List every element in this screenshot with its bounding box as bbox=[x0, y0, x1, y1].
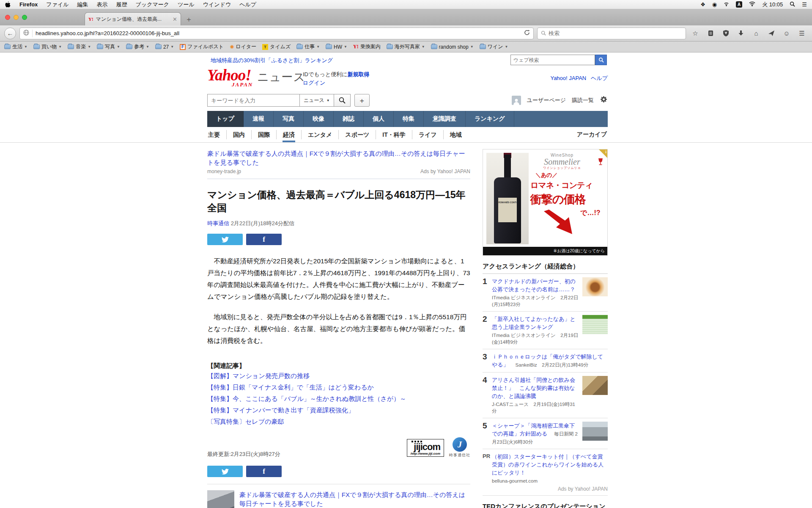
menu-file[interactable]: ファイル bbox=[46, 1, 69, 8]
window-minimize-button[interactable] bbox=[14, 15, 19, 20]
adblock-shield-icon[interactable] bbox=[720, 30, 732, 36]
bookmark-folder-hw[interactable]: HW▼ bbox=[326, 44, 347, 50]
yahoo-logo[interactable]: Yahoo! JAPAN bbox=[207, 68, 253, 88]
search-scope-dropdown[interactable]: ニュース▼ bbox=[299, 94, 334, 107]
creative-cloud-icon[interactable]: ◉ bbox=[712, 1, 717, 8]
signup-link[interactable]: 新規取得 bbox=[348, 71, 370, 77]
hamburger-menu-icon[interactable]: ☰ bbox=[796, 30, 808, 37]
ad-thumbnail[interactable] bbox=[207, 490, 234, 508]
bookmark-folder-27[interactable]: 27▼ bbox=[155, 44, 174, 50]
ranking-link[interactable]: マクドナルドの新バーガー、初の公募で決まったその名前は……？ bbox=[492, 278, 576, 293]
pr-ad-link[interactable]: （初回）スターターキット付｜（すべて金賞受賞）の赤ワインこれからワインを始める人… bbox=[492, 453, 604, 476]
subnav-kokusai[interactable]: 国際 bbox=[252, 130, 277, 139]
bookmark-folder-randomshop[interactable]: random shop▼ bbox=[431, 44, 474, 50]
subnav-life[interactable]: ライフ bbox=[412, 130, 444, 139]
bookmark-folder-shigoto[interactable]: 仕事▼ bbox=[296, 43, 320, 50]
bookmark-reuters[interactable]: ✺ロイター bbox=[230, 43, 256, 50]
window-close-button[interactable] bbox=[5, 15, 10, 20]
bookmark-folder-seikatsu[interactable]: 生活▼ bbox=[4, 43, 27, 50]
related-link[interactable]: 【図解】マンション発売戸数の推移 bbox=[207, 370, 470, 381]
downloads-icon[interactable] bbox=[735, 30, 747, 36]
bookmark-folder-ongaku[interactable]: 音楽▼ bbox=[68, 43, 91, 50]
menu-bookmarks[interactable]: ブックマーク bbox=[136, 1, 170, 8]
menu-tools[interactable]: ツール bbox=[178, 1, 195, 8]
bookmark-transit[interactable]: Y!乗換案内 bbox=[353, 43, 381, 50]
boxes-thumbnail[interactable] bbox=[582, 376, 608, 395]
related-link[interactable]: 〔写真特集〕セレブの豪邸 bbox=[207, 416, 470, 427]
ads-by-label[interactable]: Ads by Yahoo! JAPAN bbox=[420, 168, 470, 174]
twitter-share-button[interactable] bbox=[207, 466, 243, 477]
news-search-button[interactable] bbox=[334, 94, 351, 107]
burger-thumbnail[interactable] bbox=[582, 277, 608, 296]
subnav-chiiki[interactable]: 地域 bbox=[444, 130, 468, 139]
web-search-button[interactable] bbox=[595, 55, 607, 65]
ads-by-label[interactable]: Ads by Yahoo! JAPAN bbox=[483, 486, 608, 492]
menu-history[interactable]: 履歴 bbox=[116, 1, 127, 8]
bookmark-folder-sankou[interactable]: 参考▼ bbox=[126, 43, 149, 50]
twitter-share-button[interactable] bbox=[207, 234, 243, 245]
facebook-share-button[interactable]: f bbox=[246, 234, 282, 245]
back-button[interactable]: ← bbox=[4, 28, 16, 39]
window-zoom-button[interactable] bbox=[22, 15, 27, 20]
settings-gear-icon[interactable] bbox=[600, 96, 608, 105]
url-bar[interactable]: headlines.yahoo.co.jp/hl?a=20160222-0000… bbox=[19, 28, 534, 39]
tab-top[interactable]: トップ bbox=[207, 111, 244, 127]
subnav-keizai[interactable]: 経済 bbox=[277, 130, 302, 139]
spotlight-icon[interactable] bbox=[790, 1, 795, 8]
related-link[interactable]: 【特集】マイナンバーで動き出す「資産課税強化」 bbox=[207, 404, 470, 416]
bookmark-folder-shashin[interactable]: 写真▼ bbox=[97, 43, 120, 50]
home-icon[interactable]: ⌂ bbox=[750, 30, 762, 37]
browser-tab[interactable]: Y! マンション価格、過去最高... ✕ bbox=[85, 12, 181, 25]
wine-ad-banner[interactable]: i ROMANÉE-CONTI WineShop Sommelier ワインショ… bbox=[483, 149, 608, 256]
jiji-press-emblem[interactable]: J 時事通信社 bbox=[449, 437, 470, 458]
related-link[interactable]: 【特集】今、ここにある「バブル」～生かされぬ教訓と性（さが）～ bbox=[207, 393, 470, 404]
send-icon[interactable] bbox=[765, 30, 777, 36]
ranking-link[interactable]: アリさん引越社「同僚との飲み会禁止！」 こんな契約書は有効なのか、と議論沸騰 bbox=[492, 377, 575, 399]
menu-firefox[interactable]: Firefox bbox=[19, 1, 38, 8]
tab-zasshi[interactable]: 雑誌 bbox=[334, 111, 364, 127]
tab-ranking[interactable]: ランキング bbox=[466, 111, 514, 127]
add-tab-button[interactable]: ＋ bbox=[354, 94, 370, 107]
tab-sokuhou[interactable]: 速報 bbox=[244, 111, 274, 127]
keyword-search-input[interactable] bbox=[207, 94, 299, 107]
archive-link[interactable]: アーカイブ bbox=[577, 131, 608, 138]
top-ad-link[interactable]: 豪ドル暴落で破産する人の共通点｜FXで９割が大損する真の理由…その答えは毎日チャ… bbox=[207, 149, 470, 167]
menu-window[interactable]: ウインドウ bbox=[203, 1, 231, 8]
tab-tokushuu[interactable]: 特集 bbox=[394, 111, 424, 127]
subnav-sports[interactable]: スポーツ bbox=[339, 130, 376, 139]
subnav-entame[interactable]: エンタメ bbox=[302, 130, 339, 139]
tab-ishikichousa[interactable]: 意識調査 bbox=[424, 111, 466, 127]
smiley-extension-icon[interactable]: ☺ bbox=[781, 30, 793, 37]
subnav-kokunai[interactable]: 国内 bbox=[227, 130, 252, 139]
airdrop-icon[interactable] bbox=[724, 1, 729, 8]
userpage-link[interactable]: ユーザーページ bbox=[527, 97, 566, 104]
input-source-icon[interactable]: A bbox=[736, 1, 742, 8]
dropbox-icon[interactable]: ❖ bbox=[700, 1, 705, 8]
ad-info-icon[interactable]: i bbox=[599, 149, 607, 158]
tab-kojin[interactable]: 個人 bbox=[364, 111, 394, 127]
bookmark-star-icon[interactable]: ☆ bbox=[689, 30, 701, 37]
yahoo-japan-link[interactable]: Yahoo! JAPAN bbox=[550, 75, 586, 81]
bookmark-folder-wine[interactable]: ワイン▼ bbox=[480, 43, 508, 50]
bookmark-folder-kaimono[interactable]: 買い物▼ bbox=[33, 43, 62, 50]
subscriptions-link[interactable]: 購読一覧 bbox=[572, 97, 594, 104]
tab-close-icon[interactable]: ✕ bbox=[173, 16, 177, 22]
bottom-ad-link[interactable]: 豪ドル暴落で破産する人の共通点｜FXで９割が大損する真の理由…その答えは毎日チャ… bbox=[239, 490, 470, 508]
browser-search-input[interactable] bbox=[549, 30, 682, 36]
reload-icon[interactable] bbox=[524, 30, 530, 37]
promo-link[interactable]: 地域特産品の30%割引「ふるさと割」ランキング bbox=[211, 57, 333, 64]
bookmark-filepost[interactable]: Fファイルポスト bbox=[180, 43, 224, 50]
apple-menu-icon[interactable] bbox=[5, 1, 11, 8]
menubar-clock[interactable]: 火 10:05 bbox=[762, 1, 783, 8]
menu-view[interactable]: 表示 bbox=[97, 1, 108, 8]
bookmark-times[interactable]: Tタイムズ bbox=[262, 43, 291, 50]
subnav-it-kagaku[interactable]: IT・科学 bbox=[376, 130, 412, 139]
web-search-input[interactable] bbox=[510, 55, 595, 65]
new-tab-button[interactable]: ＋ bbox=[185, 14, 192, 24]
ranking-link[interactable]: 「新卒入社してよかったなあ」と思う上場企業ランキング bbox=[492, 316, 576, 330]
building-thumbnail[interactable] bbox=[582, 422, 608, 441]
related-link[interactable]: 【特集】日銀「マイナス金利」で「生活」はどう変わるか bbox=[207, 381, 470, 393]
help-link[interactable]: ヘルプ bbox=[591, 75, 608, 81]
clipboard-icon[interactable] bbox=[705, 30, 716, 36]
browser-search-field[interactable] bbox=[537, 28, 686, 39]
